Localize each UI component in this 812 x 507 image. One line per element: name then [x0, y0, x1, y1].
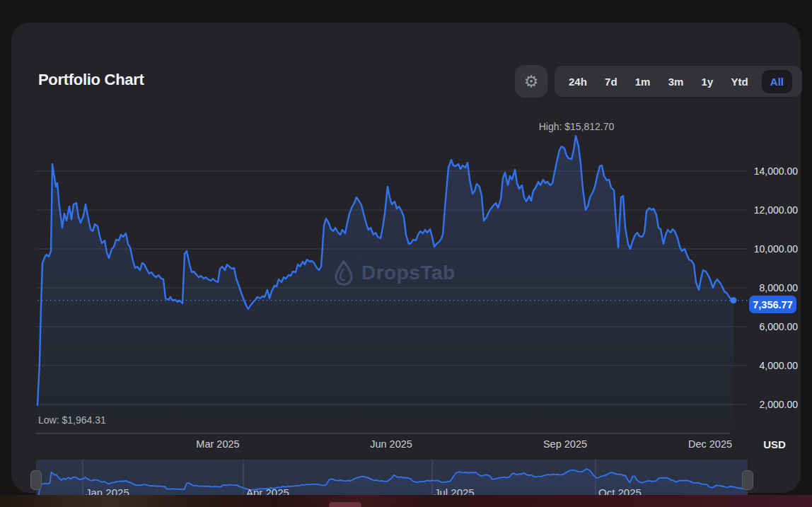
y-tick-label: 12,000.00 [741, 204, 798, 216]
range-handle-left[interactable] [30, 470, 42, 490]
portfolio-chart-card: Portfolio Chart ⚙ 24h7d1m3m1yYtdAll High… [11, 23, 801, 493]
range-tab-all[interactable]: All [762, 70, 792, 93]
high-value-label: High: $15,812.70 [506, 121, 647, 132]
last-point-marker [731, 297, 737, 303]
background-pill [329, 502, 361, 507]
y-tick-label: 8,000.00 [741, 282, 798, 293]
x-axis-label: Mar 2025 [175, 438, 260, 450]
y-tick-label: 10,000.00 [741, 243, 798, 255]
range-handle-right[interactable] [742, 470, 753, 490]
range-tab-24h[interactable]: 24h [564, 70, 591, 93]
range-tab-7d[interactable]: 7d [601, 70, 622, 93]
range-tab-1m[interactable]: 1m [631, 70, 655, 93]
y-tick-label: 14,000.00 [741, 165, 798, 177]
y-tick-label: 4,000.00 [741, 360, 798, 371]
x-axis-label: Dec 2025 [668, 438, 753, 450]
currency-unit-label: USD [746, 438, 803, 450]
page-title: Portfolio Chart [38, 71, 144, 89]
gear-icon: ⚙ [524, 74, 539, 90]
background-content-strip [0, 495, 812, 507]
range-tab-3m[interactable]: 3m [664, 70, 688, 93]
y-tick-label: 2,000.00 [741, 399, 798, 410]
range-tab-1y[interactable]: 1y [697, 70, 718, 93]
x-axis-label: Jun 2025 [349, 438, 434, 450]
range-tab-ytd[interactable]: Ytd [726, 70, 752, 93]
current-value-badge: 7,356.77 [749, 296, 796, 313]
x-axis-label: Sep 2025 [523, 438, 608, 450]
time-range-tabbar: 24h7d1m3m1yYtdAll [555, 66, 802, 97]
chart-settings-button[interactable]: ⚙ [515, 65, 547, 98]
portfolio-line-chart[interactable] [36, 132, 748, 434]
area-fill [37, 136, 733, 433]
y-tick-label: 6,000.00 [741, 321, 798, 332]
page: Portfolio Chart ⚙ 24h7d1m3m1yYtdAll High… [0, 0, 812, 507]
